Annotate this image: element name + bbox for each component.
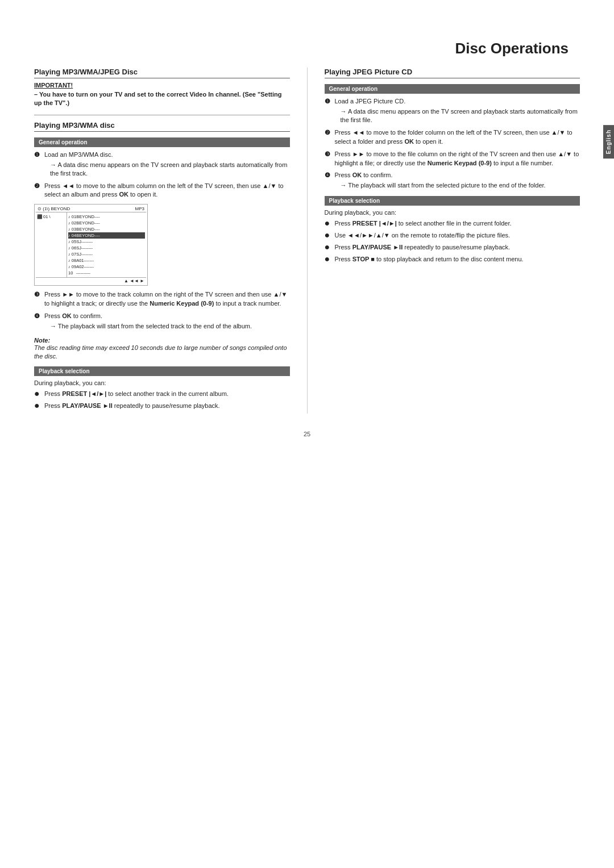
playback-bullet-1: ● Press PRESET |◄/►| to select another t… — [34, 390, 290, 399]
general-operation-header-right: General operation — [325, 84, 580, 94]
screen-folder-row: ⬛ 01 \ — [37, 214, 65, 220]
bullet-dot: ● — [325, 243, 333, 252]
note-text: The disc reading time may exceed 10 seco… — [34, 344, 290, 361]
bullet-content: Use ◄◄/►►/▲/▼ on the remote to rotate/fl… — [335, 231, 580, 240]
page-title: Disc Operations — [0, 40, 614, 57]
bullet-dot: ● — [325, 231, 333, 240]
step-num: ❹ — [325, 172, 333, 179]
step-num: ❷ — [325, 129, 333, 136]
screen-track-row: ♪ 05SJ-------- — [68, 239, 145, 245]
screen-right-col: ♪ 01BEYOND---- ♪ 02BEYOND---- ♪ 03BEYOND… — [67, 212, 146, 277]
screen-body: ⬛ 01 \ ♪ 01BEYOND---- ♪ 02BEYOND---- ♪ 0… — [36, 212, 146, 277]
screen-header-right: MP3 — [135, 206, 144, 211]
step-arrow: → The playback will start from the selec… — [44, 322, 290, 331]
playback-during-right: During playback, you can: — [325, 209, 580, 216]
right-section-title: Playing JPEG Picture CD — [325, 68, 580, 78]
step-content: Press OK to confirm. → The playback will… — [44, 312, 290, 331]
general-operation-header-left: General operation — [34, 137, 290, 147]
bullet-dot: ● — [34, 389, 42, 398]
playback-during-left: During playback, you can: — [34, 379, 290, 386]
screen-track-row: ♪ 07SJ-------- — [68, 251, 145, 257]
playback-bullet-r2: ● Use ◄◄/►►/▲/▼ on the remote to rotate/… — [325, 231, 580, 240]
note-title: Note: — [34, 337, 290, 344]
playback-bullet-r1: ● Press PRESET |◄/►| to select another f… — [325, 219, 580, 228]
screen-mockup: ⊙ (1\) BEYOND MP3 ⬛ 01 \ ♪ 01BEYOND---- … — [34, 204, 148, 286]
right-step-1: ❶ Load a JPEG Picture CD. → A data disc … — [325, 97, 580, 125]
playback-selection-header-right: Playback selection — [325, 196, 580, 206]
screen-left-col: ⬛ 01 \ — [36, 212, 67, 277]
step-num: ❶ — [34, 151, 42, 158]
screen-footer: ▲ ◄◄ ► — [36, 277, 146, 284]
bullet-content: Press PRESET |◄/►| to select another fil… — [335, 219, 580, 228]
main-columns: Playing MP3/WMA/JPEG Disc IMPORTANT! – Y… — [0, 68, 614, 414]
left-step-2: ❷ Press ◄◄ to move to the album column o… — [34, 182, 290, 200]
important-block: IMPORTANT! – You have to turn on your TV… — [34, 82, 290, 108]
right-step-2: ❷ Press ◄◄ to move to the folder column … — [325, 128, 580, 147]
screen-track-row-selected: ♪ 04BEYOND---- — [68, 232, 145, 239]
screen-track-row: ♪ 06SJ-------- — [68, 245, 145, 251]
step-content: Press ◄◄ to move to the folder column on… — [335, 128, 580, 147]
step-num: ❷ — [34, 182, 42, 190]
page-container: English Disc Operations Playing MP3/WMA/… — [0, 0, 614, 868]
step-content: Press ►► to move to the track column on … — [44, 290, 290, 308]
page-number: 25 — [0, 431, 614, 437]
bullet-content: Press PLAY/PAUSE ►II repeatedly to pause… — [44, 402, 290, 411]
left-section-title: Playing MP3/WMA/JPEG Disc — [34, 68, 290, 78]
playback-selection-header-left: Playback selection — [34, 366, 290, 376]
playback-bullet-r3: ● Press PLAY/PAUSE ►II repeatedly to pau… — [325, 243, 580, 252]
language-tab: English — [603, 125, 614, 158]
left-step-4: ❹ Press OK to confirm. → The playback wi… — [34, 312, 290, 331]
screen-track-row: 10---------- — [68, 270, 145, 276]
bullet-content: Press STOP ■ to stop playback and return… — [335, 255, 580, 264]
step-arrow: → A data disc menu appears on the TV scr… — [44, 161, 290, 178]
step-content: Press ►► to move to the file column on t… — [335, 150, 580, 168]
important-label: IMPORTANT! — [34, 82, 290, 89]
step-arrow: → The playback will start from the selec… — [335, 181, 580, 190]
right-step-4: ❹ Press OK to confirm. → The playback wi… — [325, 171, 580, 190]
screen-header-left: ⊙ (1\) BEYOND — [38, 206, 135, 211]
bullet-dot: ● — [325, 219, 333, 228]
left-step-1: ❶ Load an MP3/WMA disc. → A data disc me… — [34, 151, 290, 178]
important-text: – You have to turn on your TV and set to… — [34, 90, 290, 108]
step-content: Load an MP3/WMA disc. → A data disc menu… — [44, 151, 290, 178]
right-column: Playing JPEG Picture CD General operatio… — [308, 68, 580, 414]
step-content: Press OK to confirm. → The playback will… — [335, 171, 580, 190]
bullet-content: Press PLAY/PAUSE ►II repeatedly to pause… — [335, 243, 580, 252]
note-block: Note: The disc reading time may exceed 1… — [34, 337, 290, 361]
right-step-3: ❸ Press ►► to move to the file column on… — [325, 150, 580, 168]
step-num: ❹ — [34, 312, 42, 320]
screen-track-row: ♪ 02BEYOND---- — [68, 220, 145, 226]
screen-track-row: ♪ 01BEYOND---- — [68, 214, 145, 220]
screen-header: ⊙ (1\) BEYOND MP3 — [36, 206, 146, 212]
step-arrow: → A data disc menu appears on the TV scr… — [335, 107, 580, 125]
left-step-3: ❸ Press ►► to move to the track column o… — [34, 290, 290, 308]
left-subsection-title: Playing MP3/WMA disc — [34, 121, 290, 132]
screen-track-row: ♪ 03BEYOND---- — [68, 226, 145, 232]
step-content: Press ◄◄ to move to the album column on … — [44, 182, 290, 200]
step-num: ❸ — [325, 151, 333, 158]
left-column: Playing MP3/WMA/JPEG Disc IMPORTANT! – Y… — [34, 68, 308, 414]
playback-bullet-2: ● Press PLAY/PAUSE ►II repeatedly to pau… — [34, 402, 290, 411]
bullet-content: Press PRESET |◄/►| to select another tra… — [44, 390, 290, 399]
step-num: ❸ — [34, 291, 42, 298]
playback-bullet-r4: ● Press STOP ■ to stop playback and retu… — [325, 255, 580, 264]
screen-track-row: ♪ 08A01------- — [68, 257, 145, 264]
bullet-dot: ● — [325, 254, 333, 264]
step-num: ❶ — [325, 98, 333, 105]
step-content: Load a JPEG Picture CD. → A data disc me… — [335, 97, 580, 125]
bullet-dot: ● — [34, 401, 42, 410]
divider-1 — [34, 115, 290, 115]
screen-track-row: ♪ 09A02------- — [68, 264, 145, 270]
